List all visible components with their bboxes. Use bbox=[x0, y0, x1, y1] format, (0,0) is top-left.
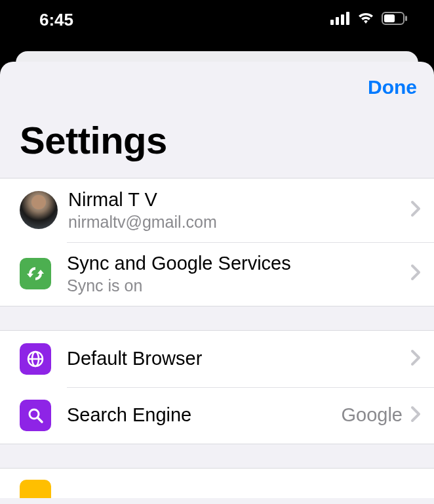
account-row[interactable]: Nirmal T V nirmaltv@gmail.com bbox=[0, 178, 434, 242]
search-engine-row[interactable]: Search Engine Google bbox=[0, 387, 434, 444]
status-icons bbox=[330, 12, 408, 28]
browser-group: Default Browser Search Engine Google bbox=[0, 330, 434, 444]
svg-line-11 bbox=[38, 417, 43, 422]
partial-icon bbox=[20, 480, 51, 498]
account-email: nirmaltv@gmail.com bbox=[68, 211, 410, 233]
svg-rect-5 bbox=[384, 14, 395, 22]
svg-rect-1 bbox=[336, 17, 339, 25]
account-name: Nirmal T V bbox=[68, 188, 410, 211]
chevron-right-icon bbox=[410, 264, 421, 284]
default-browser-label: Default Browser bbox=[67, 346, 410, 370]
sync-row[interactable]: Sync and Google Services Sync is on bbox=[0, 242, 434, 306]
status-bar: 6:45 bbox=[0, 0, 434, 39]
account-group: Nirmal T V nirmaltv@gmail.com Sync and G… bbox=[0, 178, 434, 306]
globe-icon bbox=[20, 343, 51, 375]
page-title: Settings bbox=[0, 98, 434, 178]
search-engine-value: Google bbox=[341, 404, 403, 426]
chevron-right-icon bbox=[410, 200, 421, 220]
search-icon bbox=[20, 400, 51, 431]
chevron-right-icon bbox=[410, 349, 421, 369]
done-button[interactable]: Done bbox=[368, 76, 417, 98]
svg-rect-6 bbox=[405, 16, 407, 21]
search-engine-label: Search Engine bbox=[67, 403, 341, 427]
settings-sheet: Done Settings Nirmal T V nirmaltv@gmail.… bbox=[0, 62, 434, 504]
svg-rect-3 bbox=[346, 12, 349, 25]
next-group-partial bbox=[0, 468, 434, 498]
svg-rect-2 bbox=[341, 14, 344, 25]
svg-rect-0 bbox=[330, 20, 334, 25]
status-time: 6:45 bbox=[39, 10, 73, 30]
avatar bbox=[20, 191, 58, 229]
sync-icon bbox=[20, 258, 51, 289]
sheet-header: Done bbox=[0, 62, 434, 98]
chevron-right-icon bbox=[410, 406, 421, 425]
battery-icon bbox=[382, 12, 408, 28]
cellular-icon bbox=[330, 12, 350, 28]
wifi-icon bbox=[357, 12, 375, 28]
sync-title: Sync and Google Services bbox=[67, 251, 410, 275]
sync-subtitle: Sync is on bbox=[67, 275, 410, 297]
default-browser-row[interactable]: Default Browser bbox=[0, 331, 434, 387]
